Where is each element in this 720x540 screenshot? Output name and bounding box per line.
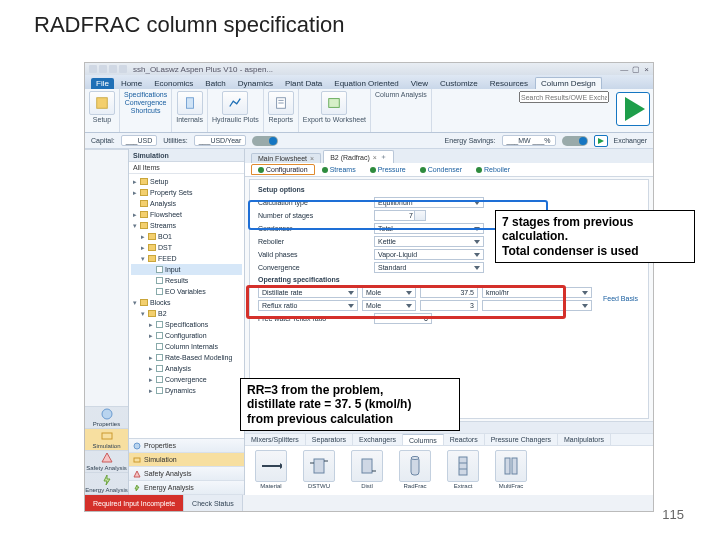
fwr-input[interactable]: 0 <box>374 313 432 324</box>
palette-item-distl[interactable]: Distl <box>347 450 387 489</box>
calc-type-combo[interactable]: Equilibrium <box>374 197 484 208</box>
quick-access-toolbar[interactable] <box>89 65 127 73</box>
accordion-safety[interactable]: Safety Analysis <box>129 467 244 481</box>
ribbon-tab-column-design[interactable]: Column Design <box>535 77 602 89</box>
conv-link[interactable]: Convergence <box>125 99 167 106</box>
tree-node[interactable]: ▸BO1 <box>131 231 242 242</box>
tree-node[interactable]: ▸Dynamics <box>131 385 242 396</box>
internals-button[interactable] <box>177 91 203 115</box>
feed-basis-link[interactable]: Feed Basis <box>603 295 638 302</box>
ribbon-tab-eo[interactable]: Equation Oriented <box>329 78 404 89</box>
tree-node[interactable]: ▾Blocks <box>131 297 242 308</box>
tree-node[interactable]: Input <box>131 264 242 275</box>
tree-node[interactable]: ▸Analysis <box>131 363 242 374</box>
ribbon-tab-resources[interactable]: Resources <box>485 78 533 89</box>
ribbon-tab-customize[interactable]: Customize <box>435 78 483 89</box>
doctab-b2-radfrac[interactable]: B2 (Radfrac)×＋ <box>323 150 394 163</box>
nav-energy[interactable]: Energy Analysis <box>85 473 128 495</box>
svg-rect-0 <box>97 98 108 109</box>
hydraulic-button[interactable] <box>222 91 248 115</box>
ribbon-tab-view[interactable]: View <box>406 78 433 89</box>
tree-node[interactable]: ▸Specifications <box>131 319 242 330</box>
distillate-value-input[interactable]: 37.5 <box>420 287 478 298</box>
search-input[interactable] <box>519 91 609 103</box>
distillate-basis-combo[interactable]: Mole <box>362 287 416 298</box>
tree-node[interactable]: Analysis <box>131 198 242 209</box>
ribbon-tab-home[interactable]: Home <box>116 78 147 89</box>
reflux-unit-combo[interactable] <box>482 300 592 311</box>
palette-item-dstwu[interactable]: DSTWU <box>299 450 339 489</box>
close-icon[interactable]: × <box>373 154 377 161</box>
minimize-button[interactable]: — <box>620 65 628 74</box>
tree-node[interactable]: ▸Flowsheet <box>131 209 242 220</box>
tree-node[interactable]: EO Variables <box>131 286 242 297</box>
palette-item-extract[interactable]: Extract <box>443 450 483 489</box>
ribbon-tab-file[interactable]: File <box>91 78 114 89</box>
navigation-tree[interactable]: ▸Setup▸Property SetsAnalysis▸Flowsheet▾S… <box>129 174 244 438</box>
tree-node[interactable]: ▸Convergence <box>131 374 242 385</box>
accordion-simulation[interactable]: Simulation <box>129 453 244 467</box>
ptab-reactors[interactable]: Reactors <box>444 434 485 445</box>
all-items-label: All Items <box>129 162 244 174</box>
export-button[interactable] <box>321 91 347 115</box>
convergence-combo[interactable]: Standard <box>374 262 484 273</box>
nav-properties[interactable]: Properties <box>85 407 128 429</box>
palette-item-multifrac[interactable]: MultiFrac <box>491 450 531 489</box>
tree-node[interactable]: ▸Configuration <box>131 330 242 341</box>
tree-node[interactable]: ▾B2 <box>131 308 242 319</box>
tree-node[interactable]: ▸Rate-Based Modeling <box>131 352 242 363</box>
tree-node[interactable]: ▸DST <box>131 242 242 253</box>
close-button[interactable]: × <box>644 65 649 74</box>
reboiler-combo[interactable]: Kettle <box>374 236 484 247</box>
maximize-button[interactable]: ▢ <box>632 65 640 74</box>
tree-node[interactable]: ▸Property Sets <box>131 187 242 198</box>
reflux-value-input[interactable]: 3 <box>420 300 478 311</box>
tree-node[interactable]: Column Internals <box>131 341 242 352</box>
ribbon-tab-batch[interactable]: Batch <box>200 78 230 89</box>
run-small-button[interactable] <box>594 135 608 147</box>
tree-node[interactable]: ▾FEED <box>131 253 242 264</box>
reflux-ratio-combo[interactable]: Reflux ratio <box>258 300 358 311</box>
ribbon-tab-plantdata[interactable]: Plant Data <box>280 78 327 89</box>
shortcuts-link[interactable]: Shortcuts <box>131 107 161 114</box>
energy-toggle[interactable] <box>562 136 588 146</box>
subtab-condenser[interactable]: Condenser <box>413 164 469 175</box>
accordion-properties[interactable]: Properties <box>129 439 244 453</box>
distillate-rate-combo[interactable]: Distillate rate <box>258 287 358 298</box>
subtab-streams[interactable]: Streams <box>315 164 363 175</box>
nstage-spinner[interactable]: 7 <box>374 210 426 221</box>
tree-node[interactable]: ▾Streams <box>131 220 242 231</box>
status-dot-icon <box>370 167 376 173</box>
close-icon[interactable]: × <box>310 155 314 162</box>
distillate-unit-combo[interactable]: kmol/hr <box>482 287 592 298</box>
ptab-manipulators[interactable]: Manipulators <box>558 434 611 445</box>
specs-link[interactable]: Specifications <box>124 91 167 98</box>
accordion-energy[interactable]: Energy Analysis <box>129 481 244 495</box>
palette-item-radfrac[interactable]: RadFrac <box>395 450 435 489</box>
tree-node[interactable]: ▸Setup <box>131 176 242 187</box>
ptab-separators[interactable]: Separators <box>306 434 353 445</box>
tree-node[interactable]: Results <box>131 275 242 286</box>
ptab-columns[interactable]: Columns <box>403 434 444 445</box>
doctab-main-flowsheet[interactable]: Main Flowsheet× <box>251 153 321 163</box>
palette-item-material[interactable]: Material <box>251 450 291 489</box>
ptab-pressure-changers[interactable]: Pressure Changers <box>485 434 558 445</box>
setup-button[interactable] <box>89 91 115 115</box>
reflux-basis-combo[interactable]: Mole <box>362 300 416 311</box>
subtab-configuration[interactable]: Configuration <box>251 164 315 175</box>
run-button[interactable] <box>616 92 650 126</box>
status-dot-icon <box>258 167 264 173</box>
subtab-pressure[interactable]: Pressure <box>363 164 413 175</box>
ribbon-tab-dynamics[interactable]: Dynamics <box>233 78 278 89</box>
ptab-exchangers[interactable]: Exchangers <box>353 434 403 445</box>
phases-combo[interactable]: Vapor-Liquid <box>374 249 484 260</box>
reports-button[interactable] <box>268 91 294 115</box>
ribbon-tab-economics[interactable]: Economics <box>149 78 198 89</box>
nav-simulation[interactable]: Simulation <box>85 429 128 451</box>
condenser-combo[interactable]: Total <box>374 223 484 234</box>
status-check-status[interactable]: Check Status <box>183 495 243 511</box>
nav-safety[interactable]: Safety Analysis <box>85 451 128 473</box>
ptab-mixers[interactable]: Mixers/Splitters <box>245 434 306 445</box>
economics-toggle[interactable] <box>252 136 278 146</box>
subtab-reboiler[interactable]: Reboiler <box>469 164 517 175</box>
